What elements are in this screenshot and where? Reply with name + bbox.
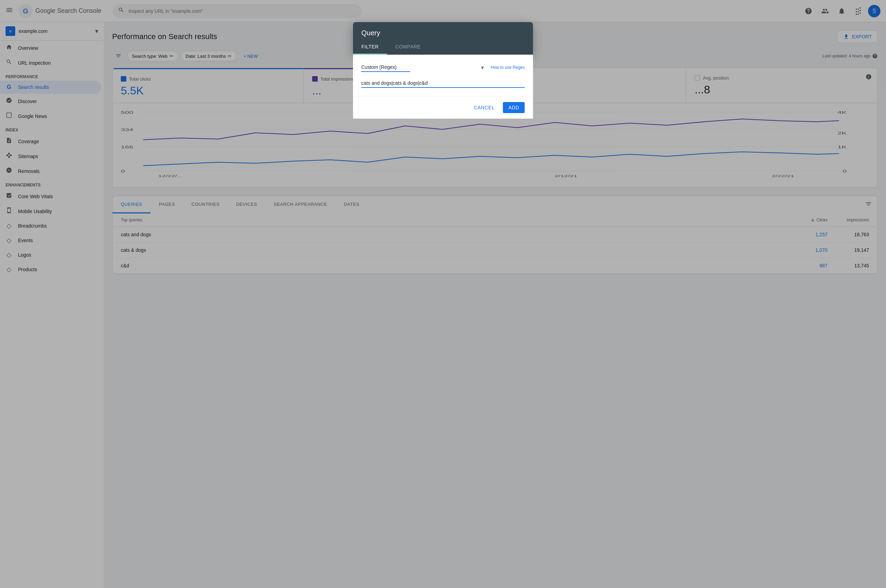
dialog-select-row: Custom (Regex) Queries containing Querie… [361, 63, 525, 72]
dialog-tab-compare[interactable]: COMPARE [387, 40, 429, 55]
filter-type-wrapper: Custom (Regex) Queries containing Querie… [361, 63, 485, 72]
regex-help-link[interactable]: How to use Regex [491, 65, 525, 70]
filter-type-select[interactable]: Custom (Regex) Queries containing Querie… [361, 63, 410, 72]
dialog-actions: CANCEL ADD [353, 96, 533, 118]
filter-value-input[interactable] [361, 79, 525, 88]
select-caret-icon: ▾ [481, 64, 484, 71]
dialog-content: Custom (Regex) Queries containing Querie… [353, 55, 533, 96]
cancel-button[interactable]: CANCEL [468, 102, 500, 113]
dialog-title: Query [353, 22, 533, 37]
add-button[interactable]: ADD [503, 102, 525, 113]
dialog-tab-filter[interactable]: FILTER [353, 40, 387, 55]
dialog-tabs: FILTER COMPARE [353, 40, 533, 55]
overlay-inner: Query FILTER COMPARE Custom (Regex) Quer… [0, 22, 886, 118]
query-dialog: Query FILTER COMPARE [353, 22, 533, 55]
overlay: Query FILTER COMPARE Custom (Regex) Quer… [0, 0, 886, 282]
query-dialog-container: Query FILTER COMPARE Custom (Regex) Quer… [353, 22, 533, 118]
